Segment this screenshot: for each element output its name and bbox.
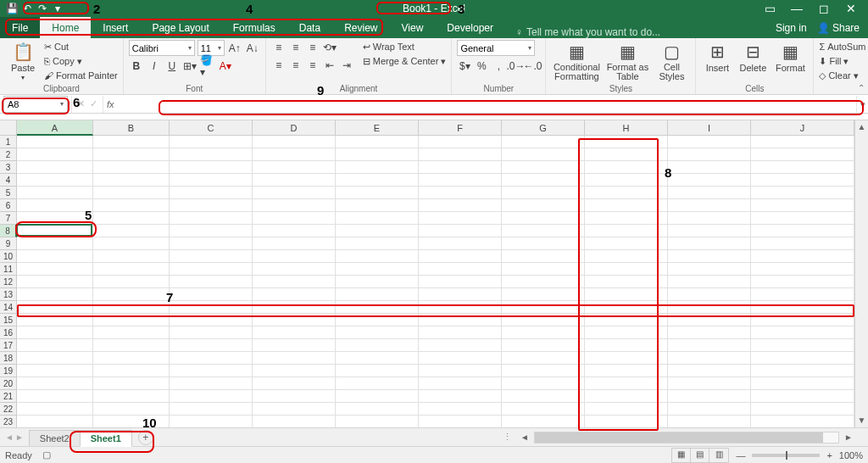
clear-button[interactable]: ◇Clear ▾ [819,69,868,82]
tab-developer[interactable]: Developer [435,17,505,38]
fx-icon[interactable]: fx [103,99,118,109]
close-icon[interactable]: ✕ [839,2,863,15]
row-header-20[interactable]: 20 [0,377,17,390]
page-layout-view-icon[interactable]: ▤ [691,449,709,462]
scroll-right-icon[interactable]: ► [843,432,854,442]
currency-icon[interactable]: $▾ [457,59,472,74]
cell-styles-button[interactable]: ▢ Cell Styles [653,40,690,81]
horizontal-scrollbar[interactable] [534,432,839,443]
row-header-7[interactable]: 7 [0,212,17,225]
bold-button[interactable]: B [129,59,144,74]
expand-formula-bar-icon[interactable]: ▾ [856,96,868,113]
tab-split-handle[interactable]: ⋮ [499,432,515,443]
format-cells-button[interactable]: ▦ Format [772,40,808,73]
row-header-22[interactable]: 22 [0,403,17,416]
ribbon-options-icon[interactable]: ▭ [758,2,782,15]
formula-input[interactable] [118,96,856,113]
customize-qat-icon[interactable]: ▾ [51,2,64,15]
decrease-decimal-icon[interactable]: ←.0 [525,59,540,74]
tab-page-layout[interactable]: Page Layout [140,17,220,38]
save-icon[interactable]: 💾 [5,2,19,15]
comma-icon[interactable]: , [491,59,506,74]
row-header-5[interactable]: 5 [0,187,17,199]
align-left-icon[interactable]: ≡ [271,58,287,73]
align-right-icon[interactable]: ≡ [305,58,320,73]
normal-view-icon[interactable]: ▦ [672,449,691,462]
format-as-table-button[interactable]: ▦ Format as Table [605,40,649,81]
zoom-slider[interactable] [752,454,820,457]
paste-button[interactable]: 📋 Paste▾ [5,40,41,81]
cancel-formula-icon[interactable]: ✕ [77,98,85,109]
vertical-scrollbar[interactable]: ▲ ▼ [854,120,868,427]
tab-data[interactable]: Data [287,17,332,38]
column-header-A[interactable]: A [17,120,93,136]
scroll-up-icon[interactable]: ▲ [855,120,868,134]
row-header-12[interactable]: 12 [0,276,17,288]
row-header-13[interactable]: 13 [0,288,17,301]
percent-icon[interactable]: % [474,59,489,74]
align-top-icon[interactable]: ≡ [271,40,287,55]
row-header-4[interactable]: 4 [0,174,17,187]
select-all-triangle[interactable] [0,120,17,136]
sheet-tab-sheet1[interactable]: Sheet1 [80,430,132,447]
align-center-icon[interactable]: ≡ [288,58,303,73]
fill-button[interactable]: ⬇Fill ▾ [819,54,868,68]
row-header-11[interactable]: 11 [0,263,17,276]
sheet-nav-next-icon[interactable]: ► [15,432,24,442]
orientation-icon[interactable]: ⟲▾ [322,40,337,55]
fill-color-button[interactable]: 🪣▾ [200,59,215,74]
name-box[interactable]: A8▾ [3,96,68,113]
cut-button[interactable]: ✂Cut [44,40,118,53]
italic-button[interactable]: I [147,59,162,74]
column-header-B[interactable]: B [93,120,170,136]
conditional-formatting-button[interactable]: ▦ Conditional Formatting [551,40,602,81]
format-painter-button[interactable]: 🖌Format Painter [44,69,118,82]
merge-center-button[interactable]: ⊟Merge & Center ▾ [363,54,447,68]
column-header-J[interactable]: J [751,120,854,136]
column-header-H[interactable]: H [585,120,668,136]
sheet-tab-sheet2[interactable]: Sheet2 [29,430,81,446]
column-header-F[interactable]: F [419,120,502,136]
scroll-down-icon[interactable]: ▼ [855,414,868,427]
copy-button[interactable]: ⎘Copy ▾ [44,54,118,68]
redo-icon[interactable]: ↷ [36,2,49,15]
undo-icon[interactable]: ↶ [20,2,34,15]
delete-cells-button[interactable]: ⊟ Delete [737,40,769,73]
cells-area[interactable] [17,136,854,427]
tab-home[interactable]: Home [40,17,91,38]
macro-record-icon[interactable]: ▢ [42,449,51,460]
row-header-8[interactable]: 8 [0,225,17,237]
row-header-19[interactable]: 19 [0,365,17,377]
indent-decrease-icon[interactable]: ⇤ [322,58,337,73]
increase-decimal-icon[interactable]: .0→ [508,59,523,74]
row-header-21[interactable]: 21 [0,390,17,403]
minimize-icon[interactable]: — [785,2,809,15]
row-header-14[interactable]: 14 [0,301,17,314]
column-header-I[interactable]: I [668,120,751,136]
page-break-view-icon[interactable]: ▥ [709,449,728,462]
maximize-icon[interactable]: ◻ [812,2,836,15]
increase-font-icon[interactable]: A↑ [227,41,242,56]
tab-view[interactable]: View [390,17,436,38]
enter-formula-icon[interactable]: ✓ [90,98,97,109]
decrease-font-icon[interactable]: A↓ [245,41,260,56]
scroll-left-icon[interactable]: ◄ [519,432,531,442]
zoom-out-icon[interactable]: — [736,450,745,460]
row-header-1[interactable]: 1 [0,136,17,148]
tab-file[interactable]: File [0,17,40,38]
autosum-button[interactable]: ΣAutoSum ▾ [819,40,868,53]
tab-formulas[interactable]: Formulas [221,17,287,38]
row-header-16[interactable]: 16 [0,326,17,339]
share-button[interactable]: 👤 Share [817,22,860,34]
align-middle-icon[interactable]: ≡ [288,40,303,55]
underline-button[interactable]: U [164,59,180,74]
row-header-3[interactable]: 3 [0,161,17,174]
insert-cells-button[interactable]: ⊞ Insert [701,40,733,73]
font-color-button[interactable]: A▾ [218,59,233,74]
number-format-select[interactable]: General▾ [457,40,535,56]
column-header-E[interactable]: E [336,120,419,136]
row-header-23[interactable]: 23 [0,416,17,427]
row-header-10[interactable]: 10 [0,250,17,263]
font-name-select[interactable]: Calibri▾ [129,40,195,56]
zoom-level[interactable]: 100% [839,450,863,460]
